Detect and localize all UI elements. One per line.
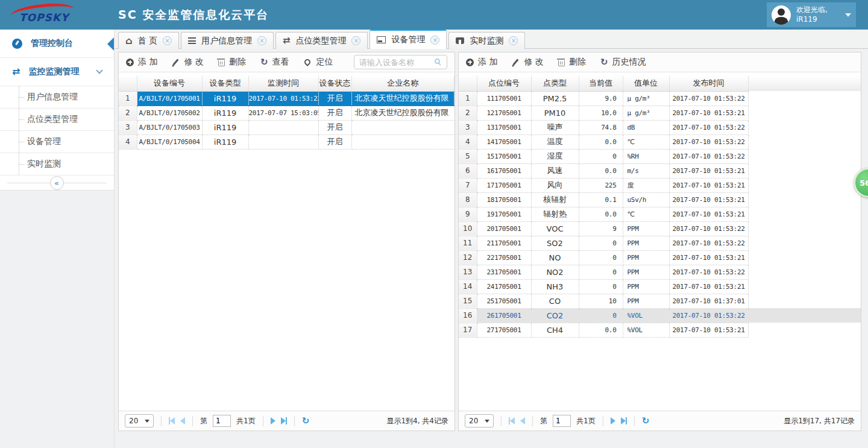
page-size-select[interactable]: 20 xyxy=(125,414,154,427)
table-row[interactable]: 7 171705001 风向 225 度 2017-07-10 01:53:21 xyxy=(459,178,861,192)
table-row[interactable]: 13 231705001 NO2 0 PPM 2017-07-10 01:53:… xyxy=(459,265,861,279)
sidebar-section-monitoring[interactable]: ⇄ 监控监测管理 xyxy=(0,58,114,86)
table-row[interactable]: 15 251705001 CO 10 PPM 2017-07-10 01:37:… xyxy=(459,294,861,308)
user-menu[interactable]: 欢迎光临, iR119 xyxy=(767,2,856,27)
next-page-button[interactable] xyxy=(611,417,615,424)
table-row[interactable]: 3 A/BJLT/0/1705003 iR119 开启 xyxy=(119,120,454,134)
point-code: 271705001 xyxy=(477,323,531,337)
current-value: 0.0 xyxy=(579,207,623,221)
prev-page-button[interactable] xyxy=(180,417,185,424)
current-value: 225 xyxy=(579,178,623,192)
point-type: 风向 xyxy=(531,178,579,192)
sidebar-item[interactable]: 设备管理 xyxy=(0,131,114,153)
table-row[interactable]: 11 211705001 SO2 0 PPM 2017-07-10 01:53:… xyxy=(459,236,861,250)
last-page-button[interactable] xyxy=(281,417,287,424)
first-page-button[interactable] xyxy=(169,417,175,424)
page-size-select[interactable]: 20 xyxy=(465,414,494,427)
publish-time: 2017-07-10 01:53:22 xyxy=(669,149,748,163)
sidebar-item[interactable]: 实时监测 xyxy=(0,153,114,175)
publish-time: 2017-07-10 01:53:21 xyxy=(669,106,748,120)
column-header xyxy=(459,76,477,91)
table-row[interactable]: 1 A/BJLT/0/1705001 iR119 2017-07-10 01:5… xyxy=(119,91,454,106)
chevron-double-left-icon[interactable]: « xyxy=(50,176,64,190)
table-row[interactable]: 1 111705001 PM2.5 9.0 μ g/m³ 2017-07-10 … xyxy=(459,91,861,106)
tab-device-mgmt[interactable]: 设备管理 xyxy=(370,30,447,49)
tab-realtime[interactable]: 实时监测 xyxy=(448,32,525,49)
value-unit: uSv/h xyxy=(623,192,669,207)
publish-time: 2017-07-10 01:37:01 xyxy=(669,294,748,308)
next-page-button[interactable] xyxy=(271,417,275,424)
table-row[interactable]: 4 141705001 温度 0.0 ℃ 2017-07-10 01:53:22 xyxy=(459,134,861,149)
column-header: 值单位 xyxy=(623,76,669,91)
sidebar-item-label: 设备管理 xyxy=(27,136,61,147)
page-number-input[interactable] xyxy=(213,415,231,427)
point-type: CO xyxy=(531,294,579,308)
table-row[interactable]: 9 191705001 辐射热 0.0 ℃ 2017-07-10 01:53:2… xyxy=(459,207,861,221)
table-row[interactable]: 4 A/BJLT/0/1705004 iR119 开启 xyxy=(119,134,454,149)
column-header-blank xyxy=(748,76,861,91)
close-icon[interactable] xyxy=(257,36,266,45)
refresh-icon[interactable] xyxy=(642,417,650,426)
value-unit: 度 xyxy=(623,178,669,192)
sidebar-item[interactable]: 用户信息管理 xyxy=(0,86,114,109)
page-total-label: 共1页 xyxy=(236,416,256,426)
table-row[interactable]: 12 221705001 NO 0 PPM 2017-07-10 01:53:2… xyxy=(459,250,861,265)
publish-time: 2017-07-10 01:53:21 xyxy=(669,250,748,265)
point-code: 251705001 xyxy=(477,294,531,308)
locate-button[interactable]: 定位 xyxy=(303,57,333,68)
close-icon[interactable] xyxy=(351,36,360,45)
table-row[interactable]: 2 A/BJLT/0/1705002 iR119 2017-07-07 15:0… xyxy=(119,106,454,120)
add-button[interactable]: 添 加 xyxy=(126,57,157,68)
table-row[interactable]: 16 261705001 CO2 0 %VOL 2017-07-10 01:53… xyxy=(459,308,861,323)
table-row[interactable]: 6 161705001 风速 0.0 m/s 2017-07-10 01:53:… xyxy=(459,163,861,178)
chevron-down-icon xyxy=(485,420,489,423)
publish-time: 2017-07-10 01:53:22 xyxy=(669,221,748,236)
first-page-button[interactable] xyxy=(509,417,515,424)
device-toolbar: 添 加 修 改 删除 查看 定位 xyxy=(119,52,454,72)
prev-page-button[interactable] xyxy=(520,417,525,424)
monitor-toolbar: 添 加 修 改 删除 历史情况 xyxy=(459,52,861,72)
table-row[interactable]: 3 131705001 噪声 74.8 dB 2017-07-10 01:53:… xyxy=(459,120,861,134)
value-unit: PPM xyxy=(623,221,669,236)
close-icon[interactable] xyxy=(509,36,518,45)
page-label: 第 xyxy=(200,416,207,426)
delete-button[interactable]: 删除 xyxy=(218,57,246,68)
last-page-button[interactable] xyxy=(621,417,627,424)
history-button[interactable]: 历史情况 xyxy=(600,57,646,68)
current-value: 9.0 xyxy=(579,91,623,106)
sidebar-item[interactable]: 点位类型管理 xyxy=(0,109,114,131)
delete-button[interactable]: 删除 xyxy=(558,57,586,68)
sidebar-collapse[interactable]: « xyxy=(0,175,114,191)
sidebar-section-console[interactable]: 管理控制台 xyxy=(0,30,114,58)
publish-time: 2017-07-10 01:53:22 xyxy=(669,120,748,134)
view-button[interactable]: 查看 xyxy=(260,57,289,68)
table-row[interactable]: 5 151705001 湿度 0 %RH 2017-07-10 01:53:22 xyxy=(459,149,861,163)
trash-icon xyxy=(558,60,565,66)
chevron-down-icon xyxy=(845,13,851,17)
tab-point-type[interactable]: 点位类型管理 xyxy=(275,32,368,49)
tab-user-info[interactable]: 用户信息管理 xyxy=(181,32,274,49)
point-type: VOC xyxy=(531,221,579,236)
sidebar-section-label: 管理控制台 xyxy=(31,38,73,49)
company-name xyxy=(351,120,454,134)
device-status: 开启 xyxy=(318,91,351,106)
table-row[interactable]: 8 181705001 核辐射 0.1 uSv/h 2017-07-10 01:… xyxy=(459,192,861,207)
table-row[interactable]: 2 121705001 PM10 10.0 μ g/m³ 2017-07-10 … xyxy=(459,106,861,120)
page-number-input[interactable] xyxy=(553,415,571,427)
edit-button[interactable]: 修 改 xyxy=(172,57,203,68)
edit-button[interactable]: 修 改 xyxy=(512,57,543,68)
publish-time: 2017-07-10 01:53:21 xyxy=(669,163,748,178)
window-icon xyxy=(377,36,386,43)
table-row[interactable]: 17 271705001 CH4 0.0 %VOL 2017-07-10 01:… xyxy=(459,323,861,337)
tab-home[interactable]: 首 页 xyxy=(118,32,179,49)
refresh-icon[interactable] xyxy=(302,417,310,426)
current-value: 0 xyxy=(579,279,623,294)
table-row[interactable]: 10 201705001 VOC 9 PPM 2017-07-10 01:53:… xyxy=(459,221,861,236)
close-icon[interactable] xyxy=(430,36,439,45)
table-row[interactable]: 14 241705001 NH3 0 PPM 2017-07-10 01:53:… xyxy=(459,279,861,294)
close-icon[interactable] xyxy=(163,36,172,45)
point-code: 221705001 xyxy=(477,250,531,265)
point-type: 温度 xyxy=(531,134,579,149)
add-button[interactable]: 添 加 xyxy=(466,57,497,68)
search-input[interactable] xyxy=(354,55,447,69)
